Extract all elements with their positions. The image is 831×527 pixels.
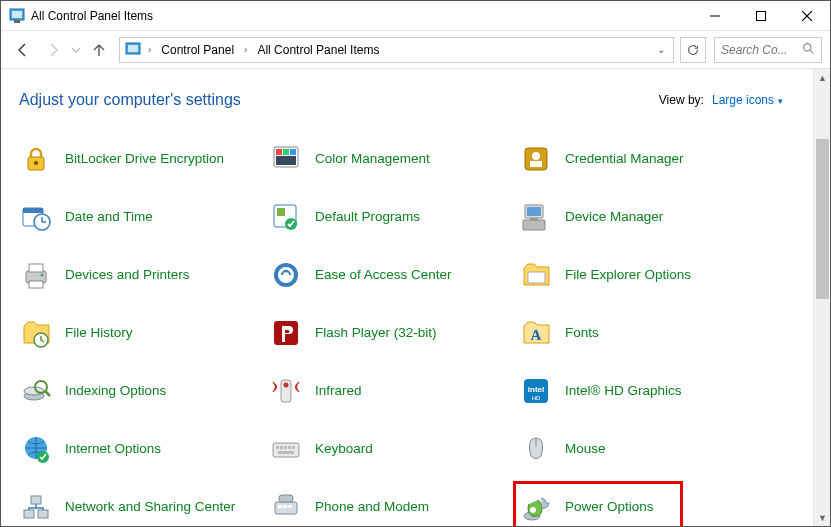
svg-rect-17	[276, 156, 296, 165]
cp-item-keyboard[interactable]: Keyboard	[269, 429, 519, 469]
cp-item-color[interactable]: Color Management	[269, 139, 519, 179]
chevron-right-icon: ›	[144, 44, 155, 55]
keyboard-icon	[269, 432, 303, 466]
minimize-button[interactable]	[692, 1, 738, 31]
cp-item-fonts[interactable]: AFonts	[519, 313, 769, 353]
cp-item-label: Mouse	[565, 441, 606, 457]
credential-icon	[519, 142, 553, 176]
cp-item-label: Default Programs	[315, 209, 420, 225]
color-icon	[269, 142, 303, 176]
svg-rect-68	[278, 505, 282, 508]
search-placeholder: Search Co...	[721, 43, 796, 57]
cp-item-mouse[interactable]: Mouse	[519, 429, 769, 469]
svg-rect-70	[288, 505, 292, 508]
infrared-icon	[269, 374, 303, 408]
content: Adjust your computer's settings View by:…	[1, 69, 830, 526]
cp-item-defaults[interactable]: Default Programs	[269, 197, 519, 237]
cp-item-ease[interactable]: Ease of Access Center	[269, 255, 519, 295]
scroll-down-button[interactable]: ▼	[814, 509, 831, 526]
cp-item-indexing[interactable]: Indexing Options	[19, 371, 269, 411]
intel-icon: intelHD	[519, 374, 553, 408]
cp-item-label: Indexing Options	[65, 383, 166, 399]
titlebar: All Control Panel Items	[1, 1, 830, 31]
breadcrumb-dropdown[interactable]: ⌄	[653, 44, 669, 55]
refresh-button[interactable]	[680, 37, 706, 63]
svg-point-38	[278, 267, 294, 283]
cp-item-internet[interactable]: Internet Options	[19, 429, 269, 469]
svg-rect-4	[757, 11, 766, 20]
svg-point-36	[41, 274, 44, 277]
maximize-button[interactable]	[738, 1, 784, 31]
scroll-up-button[interactable]: ▲	[814, 69, 831, 86]
recent-dropdown[interactable]	[69, 36, 83, 64]
svg-rect-57	[280, 446, 283, 449]
network-icon	[19, 490, 53, 524]
printer-icon	[19, 258, 53, 292]
svg-rect-31	[523, 220, 545, 230]
cp-item-label: Power Options	[565, 499, 654, 515]
cp-item-folderopts[interactable]: File Explorer Options	[519, 255, 769, 295]
svg-rect-15	[283, 149, 289, 155]
scroll-thumb[interactable]	[816, 139, 829, 299]
cp-item-bitlocker[interactable]: BitLocker Drive Encryption	[19, 139, 269, 179]
cp-item-label: Color Management	[315, 151, 430, 167]
close-button[interactable]	[784, 1, 830, 31]
svg-point-39	[285, 270, 288, 273]
svg-rect-20	[530, 161, 542, 167]
cp-item-devicemgr[interactable]: Device Manager	[519, 197, 769, 237]
chevron-right-icon: ›	[240, 44, 251, 55]
cp-item-filehistory[interactable]: File History	[19, 313, 269, 353]
cp-item-flash[interactable]: Flash Player (32-bit)	[269, 313, 519, 353]
svg-rect-60	[292, 446, 295, 449]
cp-item-network[interactable]: Network and Sharing Center	[19, 487, 269, 526]
datetime-icon	[19, 200, 53, 234]
cp-item-phone[interactable]: Phone and Modem	[269, 487, 519, 526]
breadcrumb-item[interactable]: All Control Panel Items	[253, 41, 383, 59]
page-title: Adjust your computer's settings	[19, 91, 241, 109]
power-icon	[519, 490, 553, 524]
cp-item-label: Network and Sharing Center	[65, 499, 235, 515]
cp-item-intel[interactable]: intelHDIntel® HD Graphics	[519, 371, 769, 411]
chevron-down-icon: ▾	[778, 96, 783, 106]
svg-rect-61	[278, 451, 294, 454]
control-panel-icon	[124, 41, 142, 59]
bitlocker-icon	[19, 142, 53, 176]
search-input[interactable]: Search Co...	[714, 37, 822, 63]
phone-icon	[269, 490, 303, 524]
breadcrumb[interactable]: › Control Panel › All Control Panel Item…	[119, 37, 674, 63]
cp-item-label: Fonts	[565, 325, 599, 341]
cp-item-printer[interactable]: Devices and Printers	[19, 255, 269, 295]
indexing-icon	[19, 374, 53, 408]
cp-item-power[interactable]: Power Options	[519, 487, 769, 526]
cp-item-label: File Explorer Options	[565, 267, 691, 283]
cp-item-label: Infrared	[315, 383, 362, 399]
cp-item-datetime[interactable]: Date and Time	[19, 197, 269, 237]
breadcrumb-item[interactable]: Control Panel	[157, 41, 238, 59]
svg-rect-32	[530, 218, 538, 221]
viewby-dropdown[interactable]: Large icons▾	[712, 93, 783, 107]
cp-item-label: File History	[65, 325, 133, 341]
search-icon	[802, 42, 815, 58]
svg-line-10	[810, 50, 813, 53]
defaults-icon	[269, 200, 303, 234]
svg-text:intel: intel	[528, 385, 544, 394]
back-button[interactable]	[9, 36, 37, 64]
scrollbar[interactable]: ▲ ▼	[813, 69, 830, 526]
svg-rect-27	[277, 208, 285, 216]
forward-button[interactable]	[39, 36, 67, 64]
up-button[interactable]	[85, 36, 113, 64]
svg-point-49	[284, 383, 289, 388]
cp-item-label: Keyboard	[315, 441, 373, 457]
svg-text:HD: HD	[532, 395, 541, 401]
folderopts-icon	[519, 258, 553, 292]
svg-rect-2	[12, 11, 22, 18]
main-panel: Adjust your computer's settings View by:…	[1, 69, 813, 526]
cp-item-credential[interactable]: Credential Manager	[519, 139, 769, 179]
cp-item-infrared[interactable]: Infrared	[269, 371, 519, 411]
svg-rect-16	[290, 149, 296, 155]
cp-item-label: Credential Manager	[565, 151, 684, 167]
cp-item-label: Devices and Printers	[65, 267, 190, 283]
window-title: All Control Panel Items	[31, 9, 153, 23]
svg-rect-58	[284, 446, 287, 449]
fonts-icon: A	[519, 316, 553, 350]
